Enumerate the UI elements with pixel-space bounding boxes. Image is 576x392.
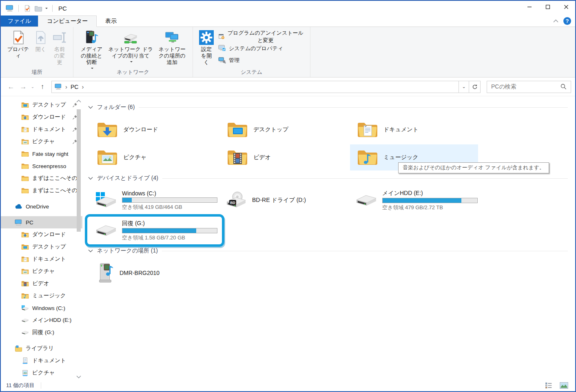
sidebar-item[interactable]: Windows (C:) <box>1 302 82 314</box>
navigation-bar: ← → ⌄ ↑ › PC › ⌄ PCの検索 <box>1 78 575 96</box>
properties-button[interactable]: プロパティ <box>5 29 31 59</box>
media-connect-button[interactable]: メディアの接続と切断 <box>78 29 106 72</box>
sidebar-item[interactable]: 回復 (G:) <box>1 326 82 339</box>
drive-tile[interactable]: 回復 (G:)空き領域 1.58 GB/7.20 GB <box>90 218 218 243</box>
folder-icon <box>21 175 29 182</box>
sidebar-item-label: ビデオ <box>32 280 49 287</box>
drive-tile[interactable]: BDBD-RE ドライブ (D:) <box>220 188 348 213</box>
drive-usage-fill <box>122 228 196 233</box>
help-button[interactable]: ? <box>563 17 571 25</box>
sidebar-item[interactable]: ビデオ <box>1 277 82 290</box>
file-list-pane: フォルダー (6) ダウンロードデスクトップドキュメントピクチャビデオミュージッ… <box>82 96 575 379</box>
quick-access-properties-button[interactable] <box>23 5 31 12</box>
system-properties-button[interactable]: システムのプロパティ <box>216 42 306 54</box>
rename-label: 名前の変更 <box>52 46 67 66</box>
quick-access-folder-button[interactable] <box>34 5 42 12</box>
folder-tile[interactable]: ピクチャ <box>90 144 218 171</box>
scrollbar-thumb[interactable] <box>77 109 81 232</box>
uninstall-program-icon <box>218 33 225 40</box>
address-dropdown-button[interactable]: ⌄ <box>459 81 469 93</box>
search-input[interactable]: PCの検索 <box>487 81 571 93</box>
folder-tile[interactable]: ドキュメント <box>350 117 478 143</box>
open-button[interactable]: 開く <box>31 29 50 53</box>
sidebar-item-label: ドキュメント <box>32 255 66 263</box>
ribbon-group-location: プロパティ 開く 名前の変更 場所 <box>1 27 73 77</box>
location-group-label: 場所 <box>1 69 73 76</box>
drive-free-space: 空き領域 1.58 GB/7.20 GB <box>122 234 217 241</box>
pc-icon <box>6 5 14 12</box>
sidebar-item[interactable]: ダウンロード <box>1 228 82 241</box>
close-button[interactable] <box>557 1 575 13</box>
sidebar-item[interactable]: Screenpresso <box>1 160 82 172</box>
folder-icon <box>21 163 29 170</box>
sidebar-item-label: Windows (C:) <box>32 305 65 311</box>
sidebar-item[interactable]: ピクチャ <box>1 265 82 277</box>
sidebar-item[interactable]: ピクチャ <box>1 367 82 379</box>
sidebar-item[interactable]: PC <box>1 216 82 228</box>
refresh-button[interactable] <box>469 81 481 93</box>
add-network-location-button[interactable]: ネットワークの場所の追加 <box>156 29 188 66</box>
network-location-tile[interactable]: DMR-BRG2010 <box>90 260 218 286</box>
folder-music-icon <box>21 292 29 299</box>
address-bar[interactable]: › PC › <box>51 81 459 93</box>
sidebar-item[interactable]: ミュージック <box>1 290 82 302</box>
drive-usage-bar <box>122 228 217 233</box>
minimize-button[interactable] <box>520 1 538 13</box>
scroll-up-icon[interactable] <box>76 98 81 102</box>
drive-tile[interactable]: Windows (C:)空き領域 419 GB/464 GB <box>90 188 218 213</box>
ribbon-group-system: 設定を開く プログラムのアンインストールと変更 システムのプロパティ 管理 シス… <box>193 27 310 77</box>
uninstall-program-button[interactable]: プログラムのアンインストールと変更 <box>216 31 306 42</box>
section-header-network[interactable]: ネットワークの場所 (1) <box>88 246 568 256</box>
scroll-down-icon[interactable] <box>76 374 81 378</box>
back-button[interactable]: ← <box>5 83 17 91</box>
recent-locations-button[interactable]: ⌄ <box>29 84 36 89</box>
sidebar-item[interactable]: ドキュメント <box>1 253 82 265</box>
open-settings-button[interactable]: 設定を開く <box>197 29 216 66</box>
breadcrumb[interactable]: PC <box>71 84 78 90</box>
sidebar-item[interactable]: ダウンロード <box>1 111 82 123</box>
sidebar-tree: デスクトップダウンロードドキュメントピクチャFate stay nightScr… <box>1 99 82 379</box>
maximize-button[interactable] <box>538 1 557 13</box>
sidebar-item[interactable]: OneDrive <box>1 200 82 213</box>
folder-tile[interactable]: ミュージック音楽およびそのほかのオーディオ ファイルが含まれます。 <box>350 144 478 171</box>
tab-file[interactable]: ファイル <box>1 16 38 27</box>
quick-access-customize-button[interactable] <box>45 7 48 10</box>
sidebar-item[interactable]: ライブラリ <box>1 342 82 354</box>
drive-name: 回復 (G:) <box>122 220 217 227</box>
section-header-drives[interactable]: デバイスとドライブ (4) <box>88 173 568 184</box>
sidebar-item[interactable]: メインHDD (E:) <box>1 314 82 326</box>
rename-button[interactable]: 名前の変更 <box>50 29 69 66</box>
section-header-folders[interactable]: フォルダー (6) <box>88 102 568 113</box>
manage-button[interactable]: 管理 <box>216 54 306 66</box>
up-button[interactable]: ↑ <box>36 83 49 91</box>
items-count: 11 個の項目 <box>6 382 34 389</box>
map-network-drive-button[interactable]: ネットワーク ドライブの割り当て <box>106 29 156 66</box>
sidebar-item[interactable]: まずはここへその1 <box>1 172 82 184</box>
sidebar-item[interactable]: ドキュメント <box>1 354 82 367</box>
sidebar-item-label: Fate stay night <box>32 151 69 157</box>
sidebar-scrollbar[interactable] <box>76 98 82 378</box>
ribbon: プロパティ 開く 名前の変更 場所 メディアの接続と切断 ネットワーク ドライブ… <box>1 27 575 78</box>
sidebar-item[interactable]: ドキュメント <box>1 123 82 135</box>
tab-computer[interactable]: コンピューター <box>38 16 97 27</box>
drive-tile[interactable]: メインHDD (E:)空き領域 479 GB/2.72 TB <box>350 188 478 213</box>
navigation-pane: デスクトップダウンロードドキュメントピクチャFate stay nightScr… <box>1 96 82 379</box>
folder-tile[interactable]: ダウンロード <box>90 117 218 143</box>
sidebar-item[interactable]: Fate stay night <box>1 148 82 160</box>
sidebar-item[interactable]: まずはここへその2 <box>1 184 82 197</box>
sidebar-item[interactable]: ピクチャ <box>1 135 82 148</box>
properties-icon <box>23 5 31 12</box>
sidebar-item[interactable]: デスクトップ <box>1 241 82 253</box>
folder-tile[interactable]: デスクトップ <box>220 117 348 143</box>
drive-name: BD-RE ドライブ (D:) <box>252 197 306 204</box>
tab-view[interactable]: 表示 <box>97 16 125 27</box>
network-section-label: ネットワークの場所 (1) <box>97 247 158 255</box>
forward-button[interactable]: → <box>17 83 29 91</box>
network-group-label: ネットワーク <box>73 69 193 76</box>
folder-icon <box>21 187 29 194</box>
collapse-ribbon-button[interactable] <box>553 19 558 23</box>
folder-tile[interactable]: ビデオ <box>220 144 348 171</box>
sidebar-item[interactable]: デスクトップ <box>1 99 82 111</box>
details-view-button[interactable] <box>545 382 553 389</box>
thumbnail-view-button[interactable] <box>560 382 568 389</box>
